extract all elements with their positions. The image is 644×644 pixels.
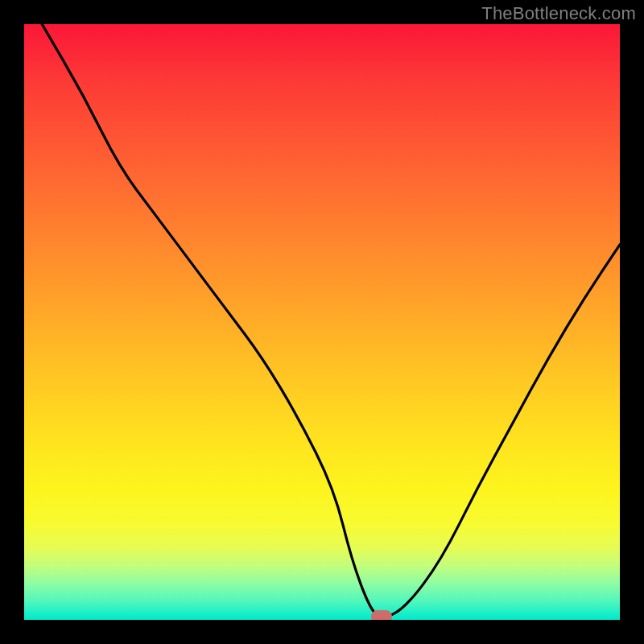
watermark-text: TheBottleneck.com: [481, 3, 636, 24]
chart-frame: TheBottleneck.com: [0, 0, 644, 644]
optimal-marker: [371, 610, 392, 620]
bottleneck-curve: [24, 24, 620, 620]
plot-area: [24, 24, 620, 620]
